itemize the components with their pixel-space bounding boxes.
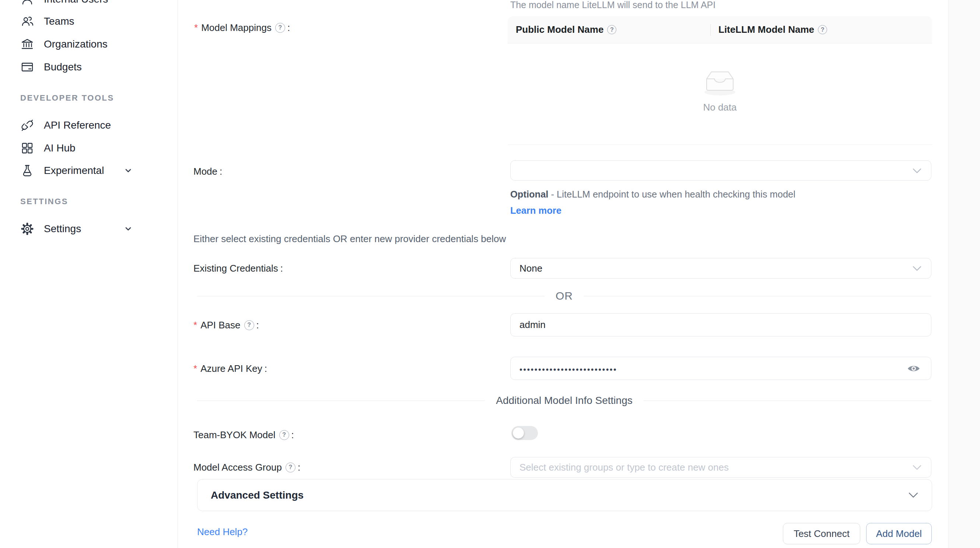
help-icon[interactable]: ? — [818, 25, 827, 34]
sidebar-item-label: Experimental — [44, 165, 104, 177]
page-right-gutter — [948, 0, 980, 548]
add-model-button[interactable]: Add Model — [866, 523, 932, 544]
bank-icon — [20, 37, 34, 51]
grid-icon — [20, 141, 34, 155]
advanced-settings-panel[interactable]: Advanced Settings — [197, 479, 932, 511]
sidebar-item-label: Internal Users — [44, 0, 108, 5]
required-asterisk: * — [193, 362, 197, 375]
api-plug-icon — [20, 118, 34, 132]
chevron-down-icon — [122, 164, 135, 177]
advanced-settings-title: Advanced Settings — [211, 489, 304, 501]
column-header-public-model-name: Public Model Name ? — [508, 16, 710, 43]
credit-card-icon — [20, 60, 34, 74]
additional-settings-divider: Additional Model Info Settings — [197, 393, 931, 408]
sidebar-section-developer-tools: DEVELOPER TOOLS — [20, 93, 114, 103]
sidebar-item-teams[interactable]: Teams — [0, 11, 178, 32]
api-base-input[interactable]: admin — [510, 313, 931, 336]
sidebar-item-internal-users[interactable]: Internal Users — [0, 0, 178, 10]
sidebar-item-budgets[interactable]: Budgets — [0, 57, 178, 77]
empty-state: No data — [702, 67, 738, 113]
sidebar-item-experimental[interactable]: Experimental — [0, 160, 178, 181]
help-icon[interactable]: ? — [279, 430, 289, 440]
help-icon[interactable]: ? — [275, 23, 285, 33]
column-divider — [710, 24, 711, 36]
existing-credentials-select[interactable]: None — [510, 258, 931, 279]
sidebar-item-api-reference[interactable]: API Reference — [0, 115, 178, 135]
sidebar-item-organizations[interactable]: Organizations — [0, 34, 178, 54]
help-icon[interactable]: ? — [286, 462, 296, 472]
or-divider: OR — [197, 288, 931, 303]
sidebar-section-settings: SETTINGS — [20, 196, 68, 207]
masked-password-value: •••••••••••••••••••••••••• — [519, 363, 617, 374]
sidebar-item-label: Teams — [44, 16, 74, 27]
add-model-page: Internal Users Teams Organizations Budge… — [0, 0, 980, 548]
table-body-empty: No data — [508, 43, 932, 145]
test-connect-button[interactable]: Test Connect — [783, 523, 860, 544]
chevron-down-icon — [908, 492, 918, 499]
model-mappings-label: * Model Mappings ? : — [194, 21, 290, 34]
azure-api-key-input[interactable]: •••••••••••••••••••••••••• — [510, 357, 931, 380]
existing-credentials-value: None — [519, 263, 542, 274]
chevron-down-icon — [913, 462, 921, 473]
learn-more-link[interactable]: Learn more — [510, 205, 562, 216]
mode-help-text: Optional - LiteLLM endpoint to use when … — [510, 186, 805, 218]
chevron-down-icon — [913, 165, 921, 176]
empty-inbox-icon — [702, 67, 738, 97]
sidebar-item-label: AI Hub — [44, 142, 76, 154]
toggle-knob — [513, 427, 524, 438]
column-header-litellm-model-name: LiteLLM Model Name ? — [710, 16, 932, 43]
mode-select[interactable] — [510, 160, 931, 181]
sidebar-item-label: Budgets — [44, 61, 82, 73]
sidebar: Internal Users Teams Organizations Budge… — [0, 0, 178, 548]
api-base-label: * API Base ? : — [193, 319, 259, 331]
sidebar-item-label: API Reference — [44, 119, 111, 131]
gear-icon — [20, 222, 34, 236]
chevron-down-icon — [913, 263, 921, 274]
need-help-link[interactable]: Need Help? — [197, 526, 248, 538]
credentials-note: Either select existing credentials OR en… — [193, 233, 506, 245]
model-access-group-placeholder: Select existing groups or type to create… — [519, 462, 729, 473]
sidebar-item-settings[interactable]: Settings — [0, 218, 178, 239]
team-byok-label: Team-BYOK Model ? : — [193, 429, 294, 441]
sidebar-item-label: Settings — [44, 223, 81, 235]
existing-credentials-label: Existing Credentials : — [193, 262, 283, 274]
chevron-down-icon — [122, 222, 135, 236]
help-icon[interactable]: ? — [244, 320, 254, 330]
model-access-group-select[interactable]: Select existing groups or type to create… — [510, 457, 931, 478]
api-base-value: admin — [519, 319, 546, 331]
team-byok-toggle[interactable] — [511, 426, 538, 440]
azure-api-key-label: * Azure API Key : — [193, 362, 267, 375]
no-data-label: No data — [702, 102, 738, 113]
mode-label: Mode : — [193, 165, 222, 178]
user-icon — [20, 0, 34, 6]
sidebar-item-label: Organizations — [44, 38, 108, 50]
model-name-api-note: The model name LiteLLM will send to the … — [510, 0, 716, 10]
flask-icon — [20, 164, 34, 178]
required-asterisk: * — [194, 21, 198, 34]
teams-icon — [20, 14, 34, 29]
model-access-group-label: Model Access Group ? : — [193, 461, 300, 473]
eye-icon[interactable] — [907, 363, 921, 374]
sidebar-item-ai-hub[interactable]: AI Hub — [0, 138, 178, 158]
help-icon[interactable]: ? — [607, 25, 616, 34]
required-asterisk: * — [193, 319, 197, 331]
model-mappings-table: Public Model Name ? LiteLLM Model Name ?… — [508, 16, 932, 145]
table-header: Public Model Name ? LiteLLM Model Name ? — [508, 16, 932, 43]
